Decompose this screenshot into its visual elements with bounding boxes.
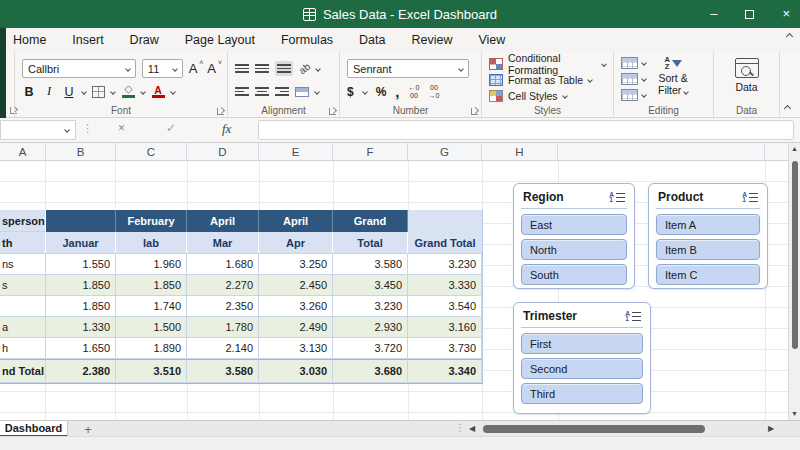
pivot-cell[interactable]: 1.740	[116, 296, 187, 317]
pivot-row-label[interactable]: a	[0, 317, 46, 338]
slicer-item[interactable]: First	[521, 333, 643, 354]
pivot-cell[interactable]: 3.130	[259, 338, 333, 359]
maximize-button[interactable]	[745, 10, 754, 19]
chevron-up-icon[interactable]	[786, 33, 793, 40]
align-right-icon[interactable]	[275, 86, 289, 97]
tab-formulas[interactable]: Formulas	[268, 28, 346, 52]
column-header-h[interactable]: H	[482, 143, 558, 160]
pivot-cell[interactable]: 1.330	[46, 317, 116, 338]
pivot-cell[interactable]: 2.490	[259, 317, 333, 338]
currency-format-icon[interactable]: $	[347, 85, 354, 99]
pivot-col-header[interactable]: Januar	[46, 232, 116, 254]
scroll-right-icon[interactable]: ▶	[768, 424, 774, 433]
collapse-ribbon-icon[interactable]	[784, 105, 791, 112]
pivot-cell[interactable]: 1.850	[116, 275, 187, 296]
pivot-cell[interactable]: 3.260	[259, 296, 333, 317]
align-left-icon[interactable]	[235, 86, 249, 97]
name-box[interactable]	[0, 120, 76, 140]
column-header-blank[interactable]	[765, 143, 788, 160]
pivot-cell[interactable]: 2.350	[187, 296, 259, 317]
bold-button[interactable]: B	[22, 85, 36, 99]
conditional-formatting-button[interactable]: Conditional Formatting	[489, 56, 606, 72]
slicer-item[interactable]: Third	[521, 383, 643, 404]
pivot-row-field-sub[interactable]: th	[0, 232, 46, 254]
pivot-col-header[interactable]: Total	[333, 232, 408, 254]
scroll-up-icon[interactable]: ▲	[791, 145, 798, 152]
pivot-row-label[interactable]: h	[0, 338, 46, 359]
column-header-b[interactable]: B	[46, 143, 116, 160]
pivot-total-cell[interactable]: 3.340	[408, 359, 482, 383]
pivot-col-group[interactable]	[46, 210, 116, 232]
column-header-d[interactable]: D	[187, 143, 259, 160]
underline-button[interactable]: U	[62, 85, 76, 99]
pivot-cell[interactable]: 3.540	[408, 296, 482, 317]
multi-select-icon[interactable]: A1	[625, 311, 641, 322]
pivot-cell[interactable]: 1.780	[187, 317, 259, 338]
pivot-col-header[interactable]: Mar	[187, 232, 259, 254]
sort-filter-button[interactable]: AZ Sort & Filter	[654, 56, 692, 102]
formula-input[interactable]	[258, 120, 794, 140]
align-bottom-icon[interactable]	[275, 61, 293, 76]
tab-review[interactable]: Review	[398, 28, 465, 52]
pivot-col-group[interactable]: April	[187, 210, 259, 232]
sheet-tab-dashboard[interactable]: Dashboard	[0, 421, 68, 437]
delete-cells-icon[interactable]	[621, 73, 638, 85]
tab-view[interactable]: View	[465, 28, 518, 52]
chevron-down-icon[interactable]	[314, 89, 320, 95]
pivot-total-cell[interactable]: 2.380	[46, 359, 116, 383]
slicer-item[interactable]: Item A	[656, 214, 760, 235]
pivot-cell[interactable]: 3.330	[408, 275, 482, 296]
chevron-down-icon[interactable]	[110, 89, 116, 95]
align-middle-icon[interactable]	[255, 63, 269, 74]
multi-select-icon[interactable]: A1	[609, 192, 625, 203]
orientation-icon[interactable]: ab	[297, 61, 313, 77]
comma-format-icon[interactable]: ,	[395, 83, 399, 100]
slicer-item[interactable]: Item B	[656, 239, 760, 260]
chevron-down-icon[interactable]	[140, 89, 146, 95]
insert-cells-icon[interactable]	[621, 57, 638, 69]
decrease-decimal-icon[interactable]: 00 →0	[428, 84, 439, 99]
pivot-cell[interactable]: 3.250	[259, 254, 333, 275]
pivot-cell[interactable]: 1.500	[116, 317, 187, 338]
multi-select-icon[interactable]: A1	[742, 192, 758, 203]
pivot-col-header[interactable]: Apr	[259, 232, 333, 254]
number-format-combo[interactable]: Senrant	[347, 59, 469, 78]
pivot-cell[interactable]: 1.850	[46, 296, 116, 317]
pivot-cell[interactable]: 1.890	[116, 338, 187, 359]
cell-styles-button[interactable]: Cell Styles	[489, 88, 606, 104]
slicer-region[interactable]: Region A1 East North South	[513, 183, 635, 289]
slicer-item[interactable]: Second	[521, 358, 643, 379]
close-button[interactable]: ×	[782, 0, 790, 28]
tab-insert[interactable]: Insert	[59, 28, 116, 52]
pivot-cell[interactable]: 2.270	[187, 275, 259, 296]
chevron-down-icon[interactable]	[170, 89, 176, 95]
chevron-down-icon[interactable]	[315, 66, 321, 72]
align-top-icon[interactable]	[235, 63, 249, 74]
pivot-total-cell[interactable]: 3.680	[333, 359, 408, 383]
pivot-cell[interactable]: 3.160	[408, 317, 482, 338]
font-color-icon[interactable]: A	[151, 85, 165, 98]
percent-format-icon[interactable]: %	[376, 85, 387, 99]
pivot-row-label[interactable]: s	[0, 275, 46, 296]
pivot-cell[interactable]: 2.930	[333, 317, 408, 338]
slicer-product[interactable]: Product A1 Item A Item B Item C	[648, 183, 768, 289]
column-header-a[interactable]: A	[0, 143, 46, 160]
pivot-cell[interactable]: 2.450	[259, 275, 333, 296]
insert-function-icon[interactable]: fx	[222, 121, 231, 137]
italic-button[interactable]: I	[42, 84, 56, 99]
alignment-dialog-launcher-icon[interactable]	[329, 108, 336, 115]
pivot-cell[interactable]: 1.650	[46, 338, 116, 359]
chevron-down-icon[interactable]	[641, 92, 647, 98]
pivot-total-cell[interactable]: 3.580	[187, 359, 259, 383]
data-button[interactable]: Data	[721, 56, 772, 95]
scroll-down-icon[interactable]: ▼	[791, 410, 798, 417]
pivot-cell[interactable]: 1.680	[187, 254, 259, 275]
pivot-col-group[interactable]: February	[116, 210, 187, 232]
pivot-row-label[interactable]	[0, 296, 46, 317]
column-header-f[interactable]: F	[333, 143, 408, 160]
column-header-blank[interactable]	[558, 143, 765, 160]
pivot-cell[interactable]: 2.140	[187, 338, 259, 359]
slicer-item[interactable]: East	[521, 214, 627, 235]
shrink-font-icon[interactable]: A˅	[207, 61, 220, 76]
slicer-item[interactable]: North	[521, 239, 627, 260]
